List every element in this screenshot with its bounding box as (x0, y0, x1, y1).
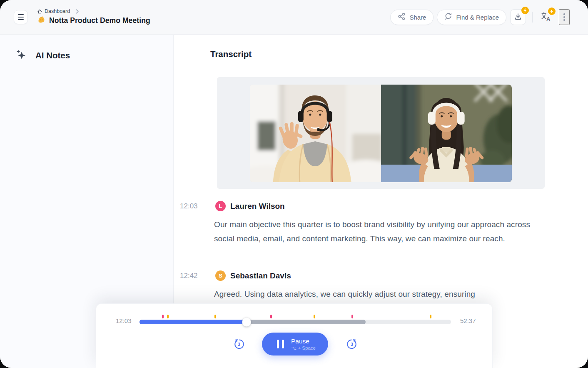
app-window: Dashboard Notta Product Demo Meeting Sha… (0, 0, 588, 368)
svg-text:3: 3 (238, 342, 240, 347)
skip-back-3s-button[interactable]: 3 (233, 338, 245, 350)
avatar: L (215, 201, 226, 211)
pause-button-label: Pause (291, 337, 309, 345)
header-actions: Share Find & Replace A (390, 9, 570, 25)
skip-back-icon: 3 (233, 338, 245, 350)
avatar: S (215, 270, 226, 281)
ai-notes-label: AI Notes (35, 50, 70, 60)
home-icon (37, 9, 42, 14)
translate-button[interactable]: A (539, 9, 553, 25)
pause-button-text: Pause ⌥ + Space (291, 337, 316, 351)
chevron-right-icon (75, 9, 79, 14)
svg-text:A: A (546, 16, 551, 22)
transcript-text[interactable]: Our main objective this quarter is to bo… (214, 218, 544, 246)
speaker-name: Lauren Wilson (230, 202, 285, 211)
video-call-still (250, 85, 512, 182)
download-icon (514, 13, 522, 22)
pause-shortcut-hint: ⌥ + Space (291, 345, 316, 351)
export-download-button[interactable] (510, 9, 526, 25)
transcript-text[interactable]: Agreed. Using data analytics, we can qui… (214, 287, 544, 301)
svg-text:3: 3 (351, 342, 353, 347)
share-button-label: Share (409, 14, 426, 21)
participant-man-illustration (250, 85, 381, 182)
page-title: Notta Product Demo Meeting (49, 16, 150, 25)
more-options-button[interactable] (559, 9, 570, 25)
transcript-entry-header: 12:42 S Sebastian Davis (180, 270, 551, 281)
entry-timestamp: 12:42 (180, 272, 215, 280)
sidebar-toggle-button[interactable] (14, 10, 28, 24)
pause-icon (277, 340, 284, 348)
participant-woman-illustration (381, 85, 512, 182)
transcript-entry: 12:03 L Lauren Wilson Our main objective… (180, 201, 551, 246)
transcript-heading: Transcript (210, 49, 252, 59)
transcript-entry-header: 12:03 L Lauren Wilson (180, 201, 551, 211)
sparkles-icon (15, 49, 27, 62)
skip-forward-icon: 3 (346, 338, 358, 350)
skip-forward-3s-button[interactable]: 3 (346, 338, 358, 350)
header: Dashboard Notta Product Demo Meeting Sha… (0, 0, 588, 35)
find-replace-button[interactable]: Find & Replace (437, 10, 506, 25)
find-replace-button-label: Find & Replace (456, 14, 499, 21)
breadcrumb-dashboard-link[interactable]: Dashboard (45, 8, 70, 14)
player-controls: 3 Pause ⌥ + Space 3 (96, 304, 492, 368)
transcript-entry: 12:42 S Sebastian Davis Agreed. Using da… (180, 270, 551, 301)
find-replace-icon (444, 13, 452, 22)
entry-timestamp: 12:03 (180, 202, 215, 210)
speaker-name: Sebastian Davis (230, 271, 291, 280)
share-button[interactable]: Share (390, 10, 434, 25)
pause-button[interactable]: Pause ⌥ + Space (262, 333, 328, 355)
audio-player-card: 12:03 52:37 3 Pause ⌥ + Space (96, 303, 493, 368)
bicep-emoji-icon (37, 15, 46, 26)
premium-lightning-badge (548, 8, 556, 15)
tab-ai-notes[interactable]: AI Notes (15, 49, 70, 62)
video-thumbnail[interactable] (217, 77, 545, 189)
header-title-block: Dashboard Notta Product Demo Meeting (37, 8, 150, 26)
breadcrumb: Dashboard (37, 8, 150, 14)
header-divider (532, 12, 533, 23)
meeting-title-row: Notta Product Demo Meeting (37, 15, 150, 26)
premium-lightning-badge (521, 7, 529, 14)
share-icon (398, 13, 406, 22)
